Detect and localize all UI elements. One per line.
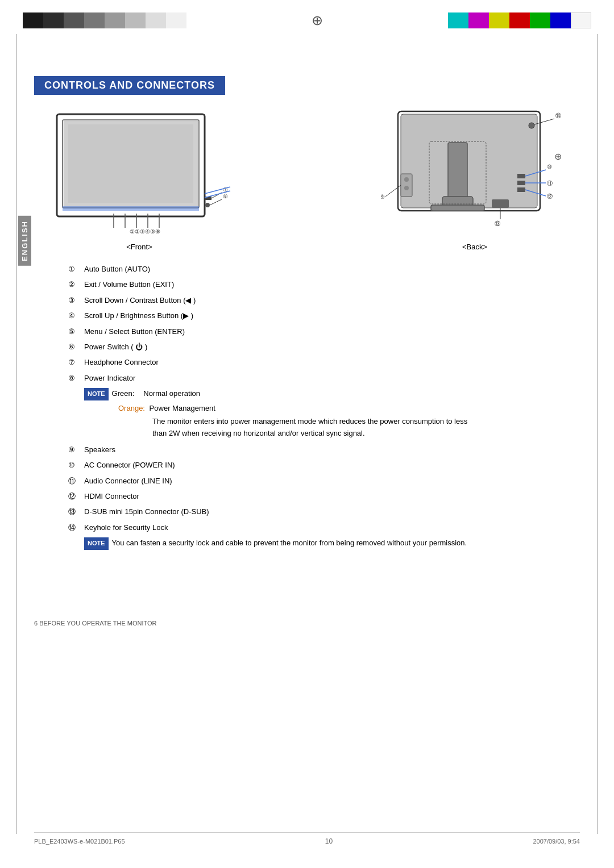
footer-date: 2007/09/03, 9:54 [533,838,580,845]
svg-rect-21 [448,143,467,199]
list-item: ③ Scroll Down / Contrast Button (◀ ) [68,294,580,307]
svg-rect-27 [517,187,525,192]
list-item: ⑫ HDMI Connector [68,490,580,503]
list-item: ⑩ AC Connector (POWER IN) [68,458,580,471]
svg-rect-25 [517,174,525,178]
list-item: ⑥ Power Switch ( ⏻ ) [68,340,580,353]
svg-text:⑬: ⑬ [495,220,500,227]
color-bar-right [448,12,591,28]
list-item: ① Auto Button (AUTO) [68,262,580,276]
list-item: ⑭ Keyhole for Security Lock [68,521,580,534]
list-item: ② Exit / Volume Button (EXIT) [68,278,580,291]
svg-text:⑭: ⑭ [555,112,561,119]
svg-point-14 [205,203,210,207]
svg-text:①②③④⑤⑥: ①②③④⑤⑥ [130,228,160,235]
list-item: ⑪ Audio Connector (LINE IN) [68,474,580,487]
svg-rect-4 [63,206,199,211]
color-bar-left [23,12,186,28]
list-item: ④ Scroll Up / Brightness Button (▶ ) [68,309,580,322]
svg-rect-26 [517,181,525,185]
list-item: ⑤ Menu / Select Button (ENTER) [68,325,580,338]
svg-point-36 [404,186,409,190]
list-item: ⑨ Speakers [68,443,580,456]
items-list: ① Auto Button (AUTO) ② Exit / Volume But… [34,262,580,550]
svg-line-15 [210,199,222,205]
footer-filename: PLB_E2403WS-e-M021B01.P65 [34,838,125,845]
before-operate-text: 6 BEFORE YOU OPERATE THE MONITOR [34,618,580,627]
svg-rect-20 [401,114,537,208]
diagrams-row: ①②③④⑤⑥ ⑦ ⑧ <Front> [34,108,580,251]
back-monitor-svg: ⑩ ⑪ ⑫ ⑨ ⑬ ⑭ [381,108,569,239]
svg-point-42 [529,123,534,128]
color-bars: ⊕ [0,0,614,31]
section-title: CONTROLS AND CONNECTORS [34,76,225,95]
footer: PLB_E2403WS-e-M021B01.P65 10 2007/09/03,… [34,832,580,845]
svg-rect-39 [492,199,509,208]
front-label: <Front> [126,243,152,251]
front-diagram: ①②③④⑤⑥ ⑦ ⑧ <Front> [45,108,233,251]
svg-point-35 [404,177,409,182]
crosshair-center: ⊕ [307,10,327,31]
note-badge-security: NOTE [84,537,109,550]
footer-page-number: 10 [325,837,333,845]
back-label: <Back> [462,243,487,251]
note-badge: NOTE [84,388,109,400]
back-diagram: ⑩ ⑪ ⑫ ⑨ ⑬ ⑭ [381,108,569,251]
svg-text:⑧: ⑧ [223,193,228,199]
power-indicator-block: NOTE Green: Normal operation Orange: Pow… [68,387,580,440]
list-item: ⑧ Power Indicator [68,372,580,385]
svg-rect-23 [431,205,484,211]
svg-rect-3 [68,124,193,203]
svg-text:⊕: ⊕ [554,152,562,161]
list-item: ⑦ Headphone Connector [68,356,580,369]
svg-text:⑨: ⑨ [381,194,385,200]
side-label: ENGLISH [18,216,31,266]
front-monitor-svg: ①②③④⑤⑥ ⑦ ⑧ [45,108,233,239]
svg-text:⑫: ⑫ [547,193,553,199]
svg-text:⑩: ⑩ [547,164,552,170]
security-note-block: NOTE You can fasten a security lock and … [68,536,580,550]
svg-text:⑪: ⑪ [547,180,553,186]
list-item: ⑬ D-SUB mini 15pin Connector (D-SUB) [68,505,580,518]
